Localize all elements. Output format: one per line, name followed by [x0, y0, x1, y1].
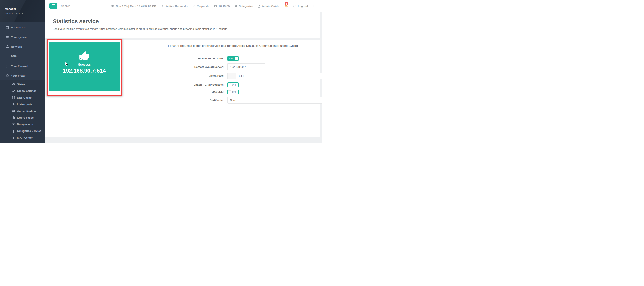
- sidebar-item-listen-ports[interactable]: Listen ports: [0, 101, 45, 108]
- clock-widget: 16:13:35: [214, 4, 230, 7]
- sidebar-item-label: Status: [17, 83, 25, 86]
- user-name: Manager: [5, 7, 45, 10]
- user-role-label: Administrator: [5, 12, 20, 15]
- clock-time: 16:13:35: [218, 4, 230, 7]
- annotation-highlight-box: Success 192.168.90.7:514: [46, 39, 122, 96]
- decrement-button[interactable]: [228, 73, 236, 79]
- sidebar-item-label: Proxy events: [17, 123, 34, 126]
- categorize-button[interactable]: Categorize: [234, 4, 253, 7]
- sidebar-item-your-proxy[interactable]: Your proxy: [0, 71, 45, 81]
- search-input[interactable]: [61, 3, 106, 9]
- enable-feature-toggle[interactable]: ON: [227, 56, 238, 61]
- page-title: Statistics service: [53, 18, 320, 25]
- user-role[interactable]: Administrator ▼: [5, 12, 45, 15]
- database-icon: [5, 55, 9, 58]
- task-list-button[interactable]: [313, 4, 317, 7]
- wrench-icon: [12, 103, 15, 106]
- topbar: Cpu:13% | Mem:19.4%/7.69 GB Active Reque…: [45, 0, 322, 12]
- admin-guide-button[interactable]: Admin Guide: [258, 4, 279, 7]
- certificate-selected-value: None: [230, 99, 236, 102]
- sidebar-item-label: Your Firewall: [11, 65, 28, 68]
- globe-icon: [5, 74, 9, 77]
- sidebar-user-panel[interactable]: Manager Administrator ▼: [0, 0, 45, 22]
- chevron-down-icon: ▼: [22, 12, 23, 14]
- syslog-form: Forward requests of this proxy service t…: [168, 40, 322, 137]
- admin-guide-label: Admin Guide: [262, 4, 279, 7]
- sidebar-item-dashboard[interactable]: Dashboard: [0, 23, 45, 32]
- sidebar-item-categories-service[interactable]: Categories Service: [0, 128, 45, 135]
- file-pdf-icon: [258, 4, 260, 7]
- field-label: Listen Port:: [168, 74, 224, 77]
- toggle-state-label: OFF: [232, 91, 236, 93]
- toggle-state-label: ON: [229, 57, 233, 60]
- toggle-knob: [235, 57, 238, 60]
- success-label: Success: [78, 63, 91, 66]
- sitemap-icon: [5, 45, 9, 48]
- field-label: Remote Syslog Server:: [168, 65, 224, 68]
- sidebar-item-network[interactable]: Network: [0, 42, 45, 52]
- sidebar-item-your-firewall[interactable]: Your Firewall: [0, 61, 45, 71]
- sidebar-item-label: Global settings: [17, 89, 36, 92]
- sidebar-item-global-settings[interactable]: Global settings: [0, 88, 45, 95]
- sidebar-item-label: Errors pages: [17, 116, 34, 119]
- form-row-enable-feature: Enable The Feature: ON: [168, 56, 238, 61]
- sidebar-item-label: DNS: [11, 55, 17, 58]
- active-requests-button[interactable]: Active Requests: [161, 4, 188, 7]
- logout-label: Log out: [298, 4, 308, 7]
- form-heading: Forward requests of this proxy service t…: [168, 44, 298, 47]
- page-subtitle: Send your realtime events to a remote Ar…: [53, 27, 320, 30]
- success-address: 192.168.90.7:514: [63, 68, 106, 74]
- sidebar-item-your-system[interactable]: Your system: [0, 32, 45, 42]
- field-label: Enable TCP/IP Sockets:: [168, 83, 224, 86]
- database-icon: [12, 96, 15, 99]
- sidebar-item-label: Your system: [11, 35, 28, 39]
- sidebar-item-authentication[interactable]: Authentication: [0, 108, 45, 115]
- tcp-sockets-toggle[interactable]: OFF: [227, 82, 238, 87]
- sidebar-nav: Dashboard Your system Network DNS Your F…: [0, 22, 45, 81]
- sidebar-item-status[interactable]: Status: [0, 81, 45, 88]
- sidebar-item-label: Network: [11, 45, 22, 48]
- sidebar-item-errors-pages[interactable]: Errors pages: [0, 115, 45, 121]
- field-label: Use SSL:: [168, 90, 224, 94]
- list-check-icon: [313, 4, 317, 7]
- sidebar-item-label: Categories Service: [17, 130, 41, 133]
- sidebar-item-label: Dashboard: [11, 26, 26, 29]
- menu-toggle-button[interactable]: [50, 3, 58, 9]
- listen-port-stepper: +: [227, 73, 322, 79]
- categorize-label: Categorize: [238, 4, 253, 7]
- pulse-icon: [161, 4, 164, 7]
- users-icon: [12, 109, 15, 113]
- gears-icon: [12, 89, 15, 93]
- topbar-actions: Cpu:13% | Mem:19.4%/7.69 GB Active Reque…: [111, 0, 317, 12]
- sidebar: Manager Administrator ▼ Dashboard Your s…: [0, 0, 45, 143]
- plug-icon: [12, 130, 15, 133]
- field-label: Enable The Feature:: [168, 57, 224, 60]
- sidebar-item-label: Your proxy: [11, 74, 25, 77]
- logout-button[interactable]: Log out: [293, 4, 308, 7]
- minus-icon: [230, 76, 233, 76]
- toggle-knob: [228, 90, 231, 94]
- gauge-icon: [12, 83, 15, 86]
- certificate-select[interactable]: None ▼: [227, 97, 322, 104]
- sidebar-item-proxy-events[interactable]: Proxy events: [0, 121, 45, 128]
- requests-button[interactable]: Requests: [192, 4, 210, 7]
- remote-syslog-server-input[interactable]: [227, 63, 265, 70]
- sidebar-item-icap-center[interactable]: ICAP Center: [0, 134, 45, 141]
- sidebar-item-dns-cache[interactable]: DNS Cache: [0, 94, 45, 101]
- field-label: Certificate:: [168, 99, 224, 102]
- notification-badge: 3: [285, 2, 288, 5]
- plug-icon: [12, 136, 15, 139]
- listen-port-input[interactable]: [236, 73, 322, 79]
- notifications-button[interactable]: 3: [284, 3, 288, 9]
- form-row-use-ssl: Use SSL: OFF: [168, 90, 238, 94]
- sidebar-subnav-your-proxy: Status Global settings DNS Cache Listen …: [0, 80, 45, 143]
- use-ssl-toggle[interactable]: OFF: [227, 90, 238, 94]
- file-icon: [12, 116, 15, 119]
- success-status-card: Success 192.168.90.7:514: [48, 42, 120, 91]
- book-icon: [234, 4, 237, 7]
- sidebar-item-label: ICAP Center: [17, 136, 33, 139]
- server-icon: [5, 35, 9, 39]
- sidebar-item-dns[interactable]: DNS: [0, 52, 45, 61]
- mouse-cursor: [65, 61, 68, 67]
- circled-dot-icon: [192, 4, 196, 7]
